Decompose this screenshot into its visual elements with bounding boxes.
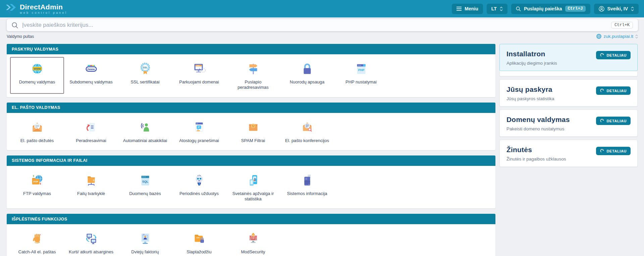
open-envelope-icon [30, 119, 45, 135]
app-item-spam-filtrai[interactable]: SPAM Filtrai [226, 116, 280, 147]
detail-button-label: DETALIAU [606, 119, 627, 123]
app-item-protected-directories[interactable]: *** Slaptažodžiu apsaugotos direktorijos [172, 227, 226, 256]
page-search-label: Puslapių paieška [524, 6, 562, 11]
app-item-catch-all[interactable]: xxx Catch-All el. paštas [10, 227, 64, 256]
logo-subtitle: web control panel [20, 11, 67, 14]
section-advanced-features: IŠPLĖSTINĖS FUNKCIJOS xxx Catch-All el. … [7, 214, 495, 256]
app-item-modsecurity[interactable]: ModSecurity [226, 227, 280, 256]
svg-text:FTP: FTP [33, 181, 38, 183]
card-title: Installatron [506, 50, 557, 58]
detail-button[interactable]: DETALIAU [596, 147, 631, 155]
app-item-svetaines-apzvalga[interactable]: Svetainės apžvalga ir statistika [226, 169, 280, 205]
redirect-arrow-icon [600, 53, 604, 58]
url-bar-icon: //www. [84, 61, 99, 77]
app-item-label: ModSecurity [241, 249, 265, 255]
app-item-label: Nuorodų apsauga [290, 79, 324, 85]
app-item-two-factor[interactable]: 101 Dviejų faktorių autentifikacija [118, 227, 172, 256]
app-item-subdomenu-valdymas[interactable]: //www. Subdomenų valdymas [64, 57, 118, 94]
svg-text:WWW: WWW [196, 65, 200, 66]
app-item-atostogu-pranesimai[interactable]: Atostogų pranešimai [172, 116, 226, 147]
search-icon [12, 22, 18, 28]
card-title: Žinutės [506, 146, 566, 154]
section-title: EL. PAŠTO VALDYMAS [7, 103, 495, 113]
app-item-el-pasto-dezutes[interactable]: El. pašto dėžutės [10, 116, 64, 147]
hamburger-icon [457, 7, 462, 11]
card-zinutes[interactable]: Žinutės Žinutės ir pagalbos užklausos DE… [499, 140, 638, 167]
file-manager-icon [84, 172, 99, 188]
language-label: LT [491, 6, 497, 11]
detail-button[interactable]: DETALIAU [596, 51, 631, 59]
menu-button[interactable]: Meniu [452, 4, 483, 14]
app-item-peradresavimai[interactable]: Peradresavimai [64, 116, 118, 147]
app-item-ftp-valdymas[interactable]: FTP FTP valdymas [10, 169, 64, 205]
ssl-badge-icon: SSL [138, 61, 153, 77]
app-item-label: Subdomenų valdymas [69, 79, 113, 85]
top-header: DirectAdmin web control panel Meniu LT P… [0, 0, 644, 17]
sql-window-icon: SQL [138, 172, 153, 188]
search-icon [516, 6, 521, 11]
section-title: SISTEMOS INFORMACIJA IR FAILAI [7, 155, 495, 166]
card-jusu-paskyra[interactable]: Jūsų paskyra Jūsų paskyros statistika DE… [499, 79, 638, 107]
spam-envelope-icon [246, 119, 261, 135]
app-item-label: Automatiniai atsakikliai [123, 138, 167, 143]
card-title: Domenų valdymas [506, 116, 570, 124]
app-item-parkuojami-domenai[interactable]: WWW Parkuojami domenai [172, 57, 226, 94]
logo-chevrons-icon [5, 3, 17, 14]
firewall-monitor-icon [246, 231, 261, 247]
svg-text:***: *** [196, 237, 199, 240]
menu-button-label: Meniu [465, 6, 478, 11]
app-item-ssl-sertifikatai[interactable]: SSL SSL sertifikatai [118, 57, 172, 94]
globe-icon [596, 34, 601, 39]
robot-icon [192, 172, 207, 188]
app-item-puslapio-peradresavimas[interactable]: Puslapio peradresavimas [226, 57, 280, 94]
search-shortcut-badge: Ctrl+K [611, 22, 633, 28]
card-subtitle: Pakeisti domeno nustatymus [506, 126, 570, 131]
app-item-label: Catch-All el. paštas [18, 249, 56, 255]
app-item-label: Dviejų faktorių autentifikacija [121, 249, 169, 256]
app-item-domenu-valdymas[interactable]: WWW Domenų valdymas [10, 57, 64, 94]
section-title: IŠPLĖSTINĖS FUNKCIJOS [7, 214, 495, 224]
card-domenu-valdymas[interactable]: Domenų valdymas Pakeisti domeno nustatym… [499, 110, 638, 137]
app-item-sistemos-informacija[interactable]: Sistemos informacija [280, 169, 334, 205]
user-menu-button[interactable]: Sveiki, IV [594, 4, 639, 14]
card-subtitle: Aplikacijų diegimo įrankis [506, 61, 557, 66]
language-selector[interactable]: LT [487, 4, 507, 14]
detail-button[interactable]: DETALIAU [596, 86, 631, 95]
app-item-duomenu-bazes[interactable]: SQL Duomenų bazės [118, 169, 172, 205]
detail-button-label: DETALIAU [606, 89, 627, 93]
app-item-automatiniai-atsakikliai[interactable]: Automatiniai atsakikliai [118, 116, 172, 147]
redirect-arrow-icon [600, 148, 604, 153]
card-installatron[interactable]: Installatron Aplikacijų diegimo įrankis … [499, 44, 638, 71]
app-item-label: PHP nustatymai [345, 79, 377, 85]
app-item-failu-tvarkykle[interactable]: Failų tvarkyklė [64, 169, 118, 205]
app-item-label: Svetainės apžvalga ir statistika [229, 191, 277, 202]
directadmin-logo[interactable]: DirectAdmin web control panel [5, 3, 67, 14]
breadcrumb: Valdymo pultas [7, 34, 34, 39]
parked-monitor-icon: WWW [192, 61, 207, 77]
app-item-label: SSL sertifikatai [130, 79, 159, 85]
app-item-el-pasto-konferencijos[interactable]: El. pašto konferencijos [280, 116, 334, 147]
app-item-label: Peradresavimai [76, 138, 106, 143]
detail-button-label: DETALIAU [606, 53, 627, 57]
app-item-backup[interactable]: Kurti/ atkurti atsargines kopijas [64, 227, 118, 256]
app-item-label: Kurti/ atkurti atsargines kopijas [67, 249, 115, 256]
domain-selector[interactable]: zuk.puslapiai.lt [596, 34, 638, 39]
card-title: Jūsų paskyra [506, 85, 554, 93]
detail-button-label: DETALIAU [606, 149, 627, 153]
app-item-label: Slaptažodžiu apsaugotos direktorijos [175, 249, 223, 256]
app-item-label: SPAM Filtrai [241, 138, 265, 143]
app-item-periodines-uzduotys[interactable]: Periodinės užduotys [172, 169, 226, 205]
sidebar: Installatron Aplikacijų diegimo įrankis … [499, 44, 638, 167]
domain-selector-label: zuk.puslapiai.lt [603, 34, 633, 39]
search-input[interactable] [22, 22, 611, 28]
app-item-php-nustatymai[interactable]: PHP PHP nustatymai [334, 57, 388, 94]
app-item-label: Failų tvarkyklė [77, 191, 105, 196]
chevron-up-down-icon [635, 35, 638, 39]
app-item-nuorodu-apsauga[interactable]: Nuorodų apsauga [280, 57, 334, 94]
detail-button[interactable]: DETALIAU [596, 117, 631, 125]
page-search-button[interactable]: Puslapių paieška Ctrl+J [511, 4, 590, 14]
app-item-label: Duomenų bazės [129, 191, 161, 196]
user-greeting-label: Sveiki, IV [607, 6, 628, 11]
user-icon [599, 6, 604, 12]
forward-doc-icon [84, 119, 99, 135]
